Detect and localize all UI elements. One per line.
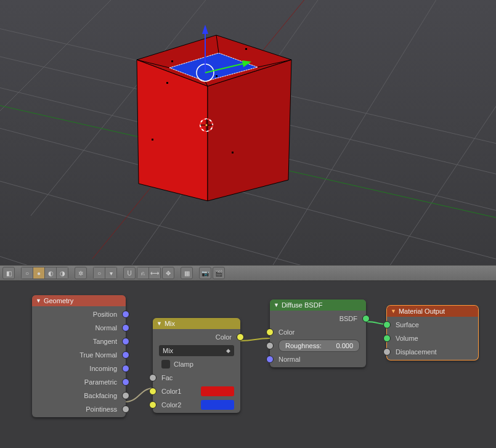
viewport-scene [0, 0, 496, 265]
svg-rect-23 [245, 48, 247, 50]
clamp-checkbox[interactable] [161, 360, 170, 369]
dropdown-value: Mix [163, 347, 173, 354]
socket-label: Color1 [161, 388, 181, 395]
node-material-output[interactable]: ▼ Material Output Surface Volume Displac… [387, 306, 478, 360]
socket-label: Fac [161, 374, 173, 381]
svg-marker-26 [202, 25, 208, 34]
viewport-3d[interactable] [0, 0, 496, 265]
layers-button[interactable]: ▦ [181, 267, 193, 279]
clamp-label: Clamp [174, 360, 193, 368]
shading-texture-button[interactable]: ◐ [44, 267, 56, 279]
proportional-edit-button[interactable]: ✥ [162, 267, 174, 279]
socket-tangent[interactable] [122, 338, 129, 345]
socket-label: BSDF [339, 315, 357, 322]
cube-object[interactable] [137, 25, 291, 201]
socket-color-in[interactable] [266, 328, 274, 336]
shading-material-button[interactable]: ◑ [56, 267, 68, 279]
svg-rect-21 [232, 152, 234, 153]
node-title: Mix [165, 320, 175, 327]
pivot-bounding-box-icon[interactable]: ✲ [75, 267, 87, 279]
cursor-3d[interactable] [200, 119, 213, 131]
socket-label: Normal [96, 324, 117, 332]
node-diffuse-bsdf[interactable]: ▼ Diffuse BSDF BSDF Color Roughness: 0.0… [270, 299, 366, 367]
svg-rect-20 [152, 139, 153, 141]
color1-swatch[interactable] [201, 386, 234, 396]
socket-roughness[interactable] [266, 342, 274, 349]
socket-label: Tangent [93, 338, 117, 345]
socket-volume[interactable] [383, 335, 391, 342]
node-title: Geometry [44, 297, 73, 304]
node-title: Diffuse BSDF [282, 301, 322, 309]
socket-label: Parametric [84, 378, 117, 386]
svg-rect-24 [216, 75, 218, 77]
node-editor[interactable]: ▼ Geometry Position Normal Tangent True … [0, 281, 496, 448]
node-title: Material Output [399, 307, 445, 315]
socket-bsdf[interactable] [362, 315, 370, 322]
manipulator-mode-button[interactable]: ▾ [105, 267, 117, 279]
socket-label: Incoming [89, 365, 117, 372]
collapse-icon[interactable]: ▼ [36, 298, 41, 304]
socket-backfacing[interactable] [122, 392, 129, 399]
node-geometry[interactable]: ▼ Geometry Position Normal Tangent True … [32, 295, 126, 417]
shading-wireframe-button[interactable]: ○ [21, 267, 33, 279]
caret-icon: ◆ [226, 348, 230, 354]
socket-pointiness[interactable] [122, 405, 129, 413]
svg-rect-25 [166, 82, 168, 84]
socket-label: Surface [396, 321, 419, 328]
roughness-field[interactable]: Roughness: 0.000 [278, 340, 360, 352]
node-mix[interactable]: ▼ Mix Color Mix ◆ Clamp Fac Color1 [153, 318, 240, 413]
collapse-icon[interactable]: ▼ [274, 302, 279, 308]
socket-displacement[interactable] [383, 348, 391, 356]
socket-color2[interactable] [149, 401, 157, 409]
socket-label: Color2 [161, 401, 181, 409]
manipulator-toggle-button[interactable]: ○ [93, 267, 105, 279]
opengl-render-animation-button[interactable]: 🎬 [213, 267, 225, 279]
editor-type-button[interactable]: ◧ [2, 267, 15, 279]
socket-label: Backfacing [84, 392, 117, 399]
opengl-render-image-button[interactable]: 📷 [199, 267, 211, 279]
socket-position[interactable] [122, 311, 129, 318]
socket-label: True Normal [79, 351, 117, 359]
socket-color-out[interactable] [237, 333, 244, 341]
snap-target-button[interactable]: ⟷ [148, 267, 161, 279]
socket-label: Pointiness [86, 405, 117, 413]
collapse-icon[interactable]: ▼ [391, 308, 396, 314]
socket-label: Normal [278, 356, 300, 363]
color2-swatch[interactable] [201, 400, 234, 410]
socket-color1[interactable] [149, 388, 157, 395]
socket-label: Displacement [396, 348, 437, 356]
roughness-value: 0.000 [336, 342, 353, 349]
socket-label: Volume [396, 335, 418, 342]
snap-type-button[interactable]: ⎌ [137, 267, 148, 279]
node-header[interactable]: ▼ Geometry [32, 295, 126, 306]
collapse-icon[interactable]: ▼ [157, 320, 162, 327]
svg-line-5 [0, 246, 496, 265]
shading-solid-button[interactable]: ● [33, 267, 44, 279]
socket-label: Color [278, 328, 295, 336]
node-header[interactable]: ▼ Material Output [387, 306, 478, 317]
socket-normal[interactable] [122, 324, 129, 332]
blend-mode-dropdown[interactable]: Mix ◆ [159, 345, 234, 356]
node-header[interactable]: ▼ Diffuse BSDF [270, 299, 366, 311]
node-header[interactable]: ▼ Mix [153, 318, 240, 329]
svg-rect-22 [171, 60, 173, 62]
socket-label: Color [216, 333, 232, 341]
socket-fac[interactable] [149, 374, 157, 381]
svg-point-32 [206, 124, 208, 126]
socket-label: Position [93, 311, 117, 318]
socket-true-normal[interactable] [122, 351, 129, 359]
snap-magnet-icon[interactable]: U [123, 267, 136, 279]
socket-parametric[interactable] [122, 378, 129, 386]
roughness-label: Roughness: [285, 342, 322, 349]
socket-normal-in[interactable] [266, 356, 274, 363]
viewport-toolbar: ◧ ○ ● ◐ ◑ ✲ ○ ▾ U ⎌ ⟷ ✥ ▦ 📷 🎬 [0, 265, 496, 281]
socket-surface[interactable] [383, 321, 391, 328]
socket-incoming[interactable] [122, 365, 129, 372]
